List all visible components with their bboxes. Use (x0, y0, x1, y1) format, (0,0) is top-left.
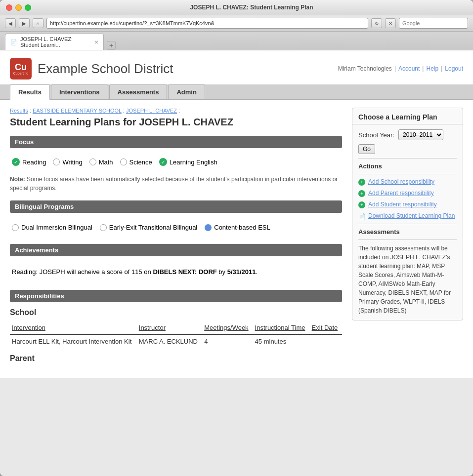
browser-tab-active[interactable]: 📄 JOSEPH L. CHAVEZ: Student Learni... ✕ (5, 34, 104, 50)
tab-close-button[interactable]: ✕ (94, 40, 98, 45)
site-header: Cu Cupertino Example School District Mir… (0, 50, 473, 84)
action-download: 📄 Download Student Learning Plan (358, 212, 457, 220)
science-label: Science (129, 159, 152, 166)
responsibilities-section-header: Responsibilities (10, 290, 342, 302)
search-input[interactable] (399, 18, 468, 29)
tab-favicon: 📄 (10, 39, 17, 45)
science-check-icon (120, 159, 127, 165)
minimize-button[interactable] (15, 4, 22, 11)
nav-tabs: Results Interventions Assessments Admin (0, 84, 473, 100)
page-content: Cu Cupertino Example School District Mir… (0, 50, 473, 476)
content-esl-label: Content-based ESL (214, 224, 270, 231)
account-link[interactable]: Account (398, 65, 420, 72)
browser-title: JOSEPH L. CHAVEZ: Student Learning Plan (36, 4, 467, 11)
breadcrumb-school[interactable]: EASTSIDE ELEMENTARY SCHOOL (33, 108, 122, 114)
cell-instructor: MARC A. ECKLUND (137, 334, 202, 348)
home-button[interactable]: ⌂ (33, 18, 43, 28)
table-row: Harcourt ELL Kit, Harcourt Intervention … (10, 334, 342, 348)
breadcrumb-results[interactable]: Results (10, 108, 28, 114)
go-button[interactable]: Go (358, 144, 375, 154)
tab-results[interactable]: Results (10, 84, 50, 100)
breadcrumb: Results : EASTSIDE ELEMENTARY SCHOOL : J… (10, 108, 342, 114)
reload-button[interactable]: ↻ (371, 18, 382, 28)
school-year-select[interactable]: 2010–2011 (398, 129, 443, 140)
responsibilities-table: Intervention Instructor Meetings/Week In… (10, 322, 342, 348)
tab-assessments[interactable]: Assessments (109, 84, 168, 99)
add-school-icon: + (358, 179, 365, 186)
site-name: Example School District (38, 61, 173, 77)
bilingual-section-header: Bilingual Programs (10, 200, 342, 213)
tab-admin[interactable]: Admin (168, 84, 205, 99)
main-content: Results : EASTSIDE ELEMENTARY SCHOOL : J… (10, 108, 352, 371)
close-button[interactable] (6, 4, 12, 11)
add-school-link[interactable]: Add School responsibility (368, 178, 434, 185)
sidebar-divider (358, 158, 457, 159)
action-add-school: + Add School responsibility (358, 178, 457, 186)
school-subsection-title: School (10, 308, 342, 317)
address-bar[interactable] (46, 18, 368, 29)
new-tab-button[interactable]: + (107, 41, 116, 50)
dual-immersion-radio[interactable] (12, 224, 19, 231)
focus-items: ✓ Reading Writing Math (10, 154, 342, 170)
action-add-parent: + Add Parent responsibility (358, 190, 457, 197)
browser-controls (6, 4, 31, 11)
early-exit-radio[interactable] (100, 224, 107, 231)
back-button[interactable]: ◀ (5, 18, 16, 28)
assessments-divider (358, 224, 457, 224)
focus-section: Focus ✓ Reading Writing (10, 136, 342, 193)
add-parent-icon: + (358, 190, 365, 197)
header-links: Miriam Technologies | Account | Help | L… (338, 65, 463, 72)
page-inner: Cu Cupertino Example School District Mir… (0, 50, 473, 378)
sidebar-box: Choose a Learning Plan School Year: 2010… (352, 108, 463, 320)
browser-nav: ◀ ▶ ⌂ ↻ ✕ (0, 15, 473, 32)
logo-sub: Cupertino (13, 72, 28, 75)
bilingual-content-esl: Content-based ESL (205, 224, 270, 231)
writing-label: Writing (62, 159, 82, 166)
help-link[interactable]: Help (426, 65, 438, 72)
math-check-icon (89, 159, 96, 165)
tab-interventions[interactable]: Interventions (51, 84, 108, 99)
logo-area: Cu Cupertino Example School District (10, 58, 173, 79)
parent-subsection-title: Parent (10, 354, 342, 363)
cell-intervention: Harcourt ELL Kit, Harcourt Intervention … (10, 334, 137, 348)
bilingual-section: Bilingual Programs Dual Immersion Biling… (10, 200, 342, 236)
forward-button[interactable]: ▶ (19, 18, 30, 28)
assessments-title: Assessments (358, 228, 457, 236)
achievement-text: Reading: JOSEPH will acheive a score of … (10, 262, 342, 282)
assessments-body-divider (358, 239, 457, 240)
browser-titlebar: JOSEPH L. CHAVEZ: Student Learning Plan (0, 0, 473, 15)
action-add-student: + Add Student responsibility (358, 201, 457, 208)
focus-reading: ✓ Reading (12, 158, 46, 166)
download-plan-link[interactable]: Download Student Learning Plan (368, 212, 455, 219)
logo-icon: Cu Cupertino (10, 58, 32, 79)
logout-link[interactable]: Logout (445, 65, 463, 72)
focus-section-header: Focus (10, 136, 342, 148)
math-label: Math (99, 159, 113, 166)
cell-instructional-time: 45 minutes (253, 334, 310, 348)
bilingual-options: Dual Immersion Bilingual Early-Exit Tran… (10, 219, 342, 236)
sidebar-body: School Year: 2010–2011 Go Actions + (352, 124, 463, 320)
main-layout: Results : EASTSIDE ELEMENTARY SCHOOL : J… (0, 100, 473, 378)
parent-section: Parent (10, 354, 342, 363)
content-esl-radio[interactable] (205, 224, 212, 231)
focus-learning-english: ✓ Learning English (159, 158, 217, 166)
school-year-label: School Year: (358, 131, 394, 139)
add-student-link[interactable]: Add Student responsibility (368, 201, 437, 208)
writing-check-icon (53, 159, 60, 165)
bilingual-dual-immersion: Dual Immersion Bilingual (12, 224, 92, 231)
sidebar-actions-title: Actions (358, 162, 457, 170)
achievements-section-header: Achievements (10, 244, 342, 256)
reading-check-icon: ✓ (12, 158, 20, 166)
focus-writing: Writing (53, 159, 82, 166)
col-meetings-week: Meetings/Week (202, 322, 253, 335)
breadcrumb-student[interactable]: JOSEPH L. CHAVEZ (126, 108, 177, 114)
focus-math: Math (89, 159, 113, 166)
maximize-button[interactable] (25, 4, 31, 11)
focus-science: Science (120, 159, 152, 166)
add-parent-link[interactable]: Add Parent responsibility (368, 190, 434, 197)
responsibilities-section: Responsibilities School Intervention Ins… (10, 290, 342, 363)
header-user: Miriam Technologies (338, 65, 392, 72)
early-exit-label: Early-Exit Transitional Bilingual (109, 224, 197, 231)
stop-button[interactable]: ✕ (385, 18, 396, 28)
sidebar-actions-divider (358, 174, 457, 174)
